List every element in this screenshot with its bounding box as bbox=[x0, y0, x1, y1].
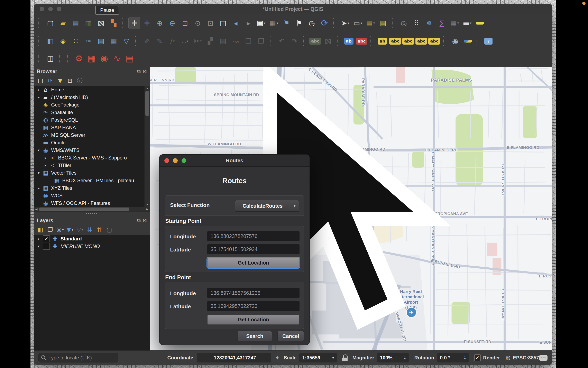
crs-label[interactable]: EPSG:3857 bbox=[513, 355, 539, 361]
label-move-icon[interactable]: abc ▾ bbox=[402, 35, 414, 47]
new-project-icon[interactable]: ▢ ▾ bbox=[45, 17, 56, 29]
add-delimited-layer-icon[interactable]: ∷ ▾ bbox=[70, 35, 81, 47]
label-pin-blue-icon[interactable]: ab ▾ bbox=[343, 35, 355, 47]
extents-icon[interactable]: ⌖ bbox=[276, 354, 279, 361]
redo-icon[interactable]: ↷ ▾ bbox=[289, 35, 300, 47]
measure-icon[interactable]: ▬ ▾ bbox=[461, 17, 473, 29]
tree-item-sap-hana[interactable]: ▦ SAP HANA bbox=[34, 124, 145, 131]
zoom-in-icon[interactable]: ⊕ ▾ bbox=[154, 17, 165, 29]
scroll-left-icon[interactable]: ◀ bbox=[34, 207, 39, 212]
spinner-arrows-icon[interactable]: ▲▼ bbox=[404, 356, 406, 360]
zoom-out-icon[interactable]: ⊖ ▾ bbox=[167, 17, 178, 29]
coordinate-value-field[interactable]: -12820941,4317247 bbox=[197, 353, 271, 362]
project-properties-icon[interactable]: ▧ ▾ bbox=[95, 17, 107, 29]
pause-overlay-button[interactable]: Pause bbox=[95, 6, 119, 15]
collapse-all-icon[interactable]: ⇈ ▾ bbox=[95, 226, 104, 234]
label-abc-icon[interactable]: abc ▾ bbox=[309, 35, 321, 47]
magnifier-spinbox[interactable]: 100% ▲▼ bbox=[377, 353, 409, 362]
new-geopackage-icon[interactable]: ◈ ▾ bbox=[57, 35, 69, 47]
dotted-grid-icon[interactable]: ⠿ ▾ bbox=[411, 17, 422, 29]
tree-item-geopackage[interactable]: ◈ GeoPackage bbox=[34, 101, 145, 109]
paste-features-icon[interactable]: ❐ ▾ bbox=[255, 35, 267, 47]
map-themes-icon[interactable]: ◉ ▾ bbox=[55, 226, 64, 234]
open-attribute-table-icon[interactable]: ▤ ▾ bbox=[377, 17, 389, 29]
tree-item-home[interactable]: ▸ ⌂ Home bbox=[34, 86, 145, 93]
map-canvas[interactable]: ESERT INN RD E DESERT INN RD SPRING MOUN… bbox=[150, 67, 552, 350]
vertex-tool-icon[interactable]: ✂ ▾ bbox=[192, 35, 203, 47]
browser-collapse-icon[interactable]: ⊟ ▾ bbox=[65, 76, 74, 85]
function-dropdown[interactable]: CalculateRoutes ▾ bbox=[235, 200, 299, 212]
close-panel-icon[interactable]: ⊠ bbox=[143, 68, 147, 74]
tree-item-vector-tiles[interactable]: ▾ ▦ Vector Tiles bbox=[34, 169, 145, 177]
layer-styling-icon[interactable]: ◧ ▾ bbox=[36, 226, 45, 234]
add-vector-layer-icon[interactable]: ✑ ▾ bbox=[83, 35, 94, 47]
tree-item-wcs[interactable]: ◉ WCS bbox=[34, 192, 145, 199]
close-panel-icon[interactable]: ⊠ bbox=[143, 218, 147, 223]
scale-value-field[interactable]: 1:35659 ▾ bbox=[299, 353, 337, 362]
filter-legend-icon[interactable]: ▼ ▾ bbox=[65, 226, 74, 234]
style-copy-icon[interactable]: ▥ ▾ bbox=[83, 17, 94, 29]
deselect-features-icon[interactable]: ◎ ▾ bbox=[398, 17, 410, 29]
toolbar-handle[interactable]: ▾ bbox=[67, 54, 70, 63]
style-manager-icon[interactable]: ▚ ▾ bbox=[108, 17, 119, 29]
scroll-down-icon[interactable]: ▼ bbox=[145, 202, 150, 207]
rotation-spinbox[interactable]: 0.0 ° ▲▼ bbox=[437, 353, 469, 362]
tree-item-bbox-wms-sapporo[interactable]: ▸ ≺ BBOX Server - WMS - Sapporo bbox=[34, 154, 145, 162]
toolbar-handle[interactable]: ▾ bbox=[370, 36, 374, 46]
tree-item-ms-sql-server[interactable]: ≫ MS SQL Server bbox=[34, 131, 145, 139]
toolbar-handle[interactable]: ▾ bbox=[443, 36, 446, 46]
scrollbar-thumb[interactable] bbox=[39, 208, 129, 211]
save-edits-icon[interactable]: ✎ ▾ bbox=[154, 35, 165, 47]
metasearch-icon[interactable]: ◉ ▾ bbox=[449, 35, 461, 47]
dialog-titlebar[interactable]: Routes bbox=[159, 155, 310, 167]
panel-splitter-handle[interactable]: •••••• bbox=[34, 212, 150, 216]
label-change-icon[interactable]: abc ▾ bbox=[428, 35, 440, 47]
toggle-editing-icon[interactable]: ✐ ▾ bbox=[141, 35, 153, 47]
new-3d-view-icon[interactable]: ▦ ▾ bbox=[268, 17, 279, 29]
render-checkbox[interactable]: ✓ bbox=[474, 354, 481, 361]
browser-properties-icon[interactable]: ⓘ ▾ bbox=[75, 76, 84, 85]
crs-globe-icon[interactable]: ⊛ bbox=[505, 354, 511, 362]
layout-manager-icon[interactable]: ▦ ▾ bbox=[449, 17, 460, 29]
toolbar-handle[interactable]: ▾ bbox=[38, 18, 42, 28]
expand-all-icon[interactable]: ⇊ ▾ bbox=[85, 226, 94, 234]
toolbar-handle[interactable]: ▾ bbox=[392, 18, 395, 28]
scroll-right-icon[interactable]: ▶ bbox=[145, 207, 150, 212]
add-record-icon[interactable]: ∴ ▾ bbox=[179, 35, 191, 47]
db-manager-icon[interactable]: ◫ ▾ bbox=[45, 53, 56, 64]
expand-arrow-icon[interactable]: ▸ bbox=[36, 95, 42, 99]
zoom-full-icon[interactable]: ⊡ ▾ bbox=[179, 17, 191, 29]
tree-item-postgresql[interactable]: ◍ PostgreSQL bbox=[34, 116, 145, 124]
expand-arrow-icon[interactable]: ▸ bbox=[43, 163, 49, 167]
zoom-last-icon[interactable]: ◂ ▾ bbox=[230, 17, 241, 29]
bbox-grid-icon[interactable]: ▦ ▾ bbox=[86, 53, 97, 64]
toolbar-handle[interactable]: ▾ bbox=[270, 36, 273, 46]
attribute-actions-icon[interactable]: ▤ ▾ bbox=[365, 17, 376, 29]
statistics-icon[interactable]: ∑ ▾ bbox=[436, 17, 448, 29]
search-button[interactable]: Search bbox=[237, 331, 272, 341]
layer-visibility-checkbox[interactable]: ✓ bbox=[43, 235, 50, 242]
browser-add-layer-icon[interactable]: ▢ ▾ bbox=[36, 76, 45, 85]
bbox-route-icon[interactable]: ∿ ▾ bbox=[111, 53, 123, 64]
locate-search-input[interactable]: Type to locate (⌘K) bbox=[38, 353, 118, 362]
cancel-button[interactable]: Cancel bbox=[277, 331, 304, 341]
pan-map-icon[interactable]: ✛ ▾ bbox=[129, 17, 140, 29]
show-bookmarks-icon[interactable]: ⚑ ▾ bbox=[293, 17, 305, 29]
filter-expression-icon[interactable]: ▽ ▾ bbox=[75, 226, 84, 234]
expand-arrow-icon[interactable]: ▾ bbox=[36, 171, 42, 175]
tree-item-spatialite[interactable]: ✑ SpatiaLite bbox=[34, 109, 145, 116]
toolbar-handle[interactable]: ▾ bbox=[303, 36, 306, 46]
start-longitude-field[interactable]: 136.8802378207576 bbox=[207, 231, 300, 241]
undo-icon[interactable]: ↶ ▾ bbox=[276, 35, 287, 47]
layers-tree[interactable]: ▸ ✓ ✚ Standard ▾ ✚ MIERUNE MONO bbox=[34, 235, 150, 350]
scroll-up-icon[interactable]: ▲ bbox=[145, 86, 150, 91]
expand-arrow-icon[interactable]: ▾ bbox=[36, 148, 42, 152]
toolbar-handle[interactable]: ▾ bbox=[135, 36, 138, 46]
browser-refresh-icon[interactable]: ⟳ ▾ bbox=[46, 76, 55, 85]
end-latitude-field[interactable]: 35.16942957022723 bbox=[207, 301, 300, 311]
new-bookmark-icon[interactable]: ⚑ ▾ bbox=[281, 17, 292, 29]
toolbar-handle[interactable]: ▾ bbox=[477, 36, 480, 46]
add-group-icon[interactable]: ❐ ▾ bbox=[46, 226, 55, 234]
remove-layer-icon[interactable]: ▢ ▾ bbox=[105, 226, 114, 234]
layer-item-mierune-mono[interactable]: ▾ ✚ MIERUNE MONO bbox=[34, 242, 150, 250]
